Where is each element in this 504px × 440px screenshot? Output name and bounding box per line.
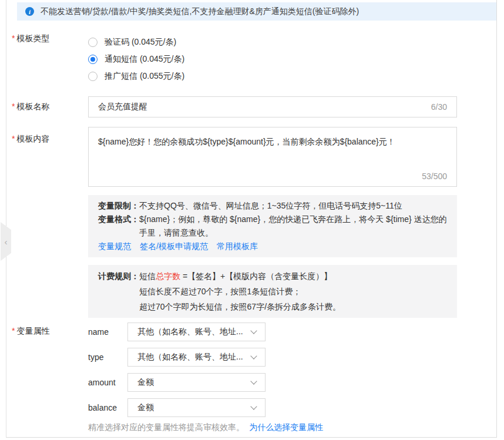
template-content-label: 模板内容 [16,134,49,143]
notice-banner-text: 不能发送营销/贷款/借款/中奖/抽奖类短信,不支持金融理财&房产通知类短信(验证… [41,6,359,17]
field-template-content: *模板内容 ${name}您好！您的余额成功${type}${amount}元，… [6,127,496,187]
template-content-value: ${name}您好！您的余额成功${type}${amount}元，当前剩余余额… [98,137,395,146]
variable-type-select[interactable]: 其他（如名称、账号、地址... [127,348,266,367]
variable-attributes-label: 变量属性 [16,326,49,335]
required-asterisk: * [12,134,15,143]
required-asterisk: * [12,33,15,43]
variable-limit-label: 变量限制： [98,199,139,213]
template-name-label-col: *模板名称 [6,102,88,112]
field-variable-attributes: *变量属性 name 其他（如名称、账号、地址... type 其他（如名称 [6,323,496,433]
template-content-label-col: *模板内容 [6,127,88,187]
link-signature-template-spec[interactable]: 签名/模板申请规范 [140,240,208,253]
variable-hint-text: 精准选择对应的变量属性将提高审核效率。 [88,422,244,433]
chevron-down-icon [250,378,257,384]
variable-name: type [88,352,127,362]
variable-limit-text: 不支持QQ号、微信号、网址信息；1~35位字符，但电话号码支持5~11位 [139,199,447,213]
variable-amount-select[interactable]: 金额 [127,373,266,392]
select-value: 金额 [137,402,154,413]
required-asterisk: * [12,326,15,335]
select-value: 金额 [137,377,154,388]
radio-option-captcha[interactable]: 验证码 (0.045元/条) [88,33,184,51]
variable-name-select[interactable]: 其他（如名称、账号、地址... [127,323,266,341]
billing-rules-label: 计费规则： [98,268,139,314]
template-name-counter: 6/30 [431,102,447,112]
radio-unselected-icon [88,38,98,47]
billing-total-chars-highlight: 总字数 [156,271,180,281]
variable-format-label: 变量格式： [98,213,139,240]
link-why-choose-variable-attributes[interactable]: 为什么选择变量属性 [249,422,323,433]
billing-line2: 短信长度不超过70个字，按照1条短信计费； [139,287,301,296]
select-value: 其他（如名称、账号、地址... [137,352,243,362]
chevron-down-icon [250,403,257,409]
variable-name: amount [88,378,127,387]
radio-selected-icon [88,55,98,64]
radio-option-notification[interactable]: 通知短信 (0.045元/条) [88,51,184,68]
variable-row-amount: amount 金额 [88,373,323,392]
variable-attributes-label-col: *变量属性 [6,323,88,433]
template-name-value: 会员充值提醒 [98,102,147,112]
template-content-textarea[interactable]: ${name}您好！您的余额成功${type}${amount}元，当前剩余余额… [88,127,457,187]
template-content-counter: 53/500 [422,170,447,183]
variable-limit-line: 变量限制： 不支持QQ号、微信号、网址信息；1~35位字符，但电话号码支持5~1… [98,199,447,213]
variable-format-text: ${name}；例如，尊敬的 ${name}，您的快递已飞奔在路上，将今天 ${… [139,213,447,240]
billing-line3: 超过70个字即为长短信，按照67字/条拆分成多条计费。 [139,302,341,311]
radio-unselected-icon [88,72,98,81]
billing-rules-box: 计费规则： 短信总字数 =【签名】+【模版内容（含变量长度）】 短信长度不超过7… [88,265,457,318]
variable-name: name [88,327,127,337]
link-variable-spec[interactable]: 变量规范 [98,240,131,253]
billing-rules-line: 计费规则： 短信总字数 =【签名】+【模版内容（含变量长度）】 短信长度不超过7… [98,268,447,314]
template-type-label: 模板类型 [16,33,49,43]
variable-balance-select[interactable]: 金额 [127,398,266,417]
template-type-label-col: *模板类型 [6,33,88,85]
link-common-template-library[interactable]: 常用模板库 [217,240,258,253]
billing-rules-text: 短信总字数 =【签名】+【模版内容（含变量长度）】 短信长度不超过70个字，按照… [139,268,447,314]
select-value: 其他（如名称、账号、地址... [137,327,243,337]
template-name-input[interactable]: 会员充值提醒 6/30 [88,96,457,117]
variable-attributes-hint: 精准选择对应的变量属性将提高审核效率。 为什么选择变量属性 [88,422,323,433]
template-form: *模板类型 验证码 (0.045元/条) 通知短信 (0.045元/条) 推广短… [6,33,496,433]
sms-template-form-panel: ‹ i 不能发送营销/贷款/借款/中奖/抽奖类短信,不支持金融理财&房产通知类短… [6,0,497,438]
chevron-left-icon: ‹ [5,237,8,247]
radio-option-label: 通知短信 (0.045元/条) [105,54,184,65]
radio-option-label: 验证码 (0.045元/条) [105,37,176,48]
billing-line1: 短信总字数 =【签名】+【模版内容（含变量长度）】 [139,271,332,281]
variable-tip-links: 变量规范 签名/模板申请规范 常用模板库 [98,240,447,253]
variable-row-type: type 其他（如名称、账号、地址... [88,348,323,367]
variable-row-balance: balance 金额 [88,398,323,417]
variable-tips-box: 变量限制： 不支持QQ号、微信号、网址信息；1~35位字符，但电话号码支持5~1… [88,195,457,257]
template-name-label: 模板名称 [16,102,49,111]
required-asterisk: * [12,102,15,111]
variable-row-name: name 其他（如名称、账号、地址... [88,323,323,341]
variable-name: balance [88,403,127,412]
notice-banner: i 不能发送营销/贷款/借款/中奖/抽奖类短信,不支持金融理财&房产通知类短信(… [17,2,496,21]
info-icon: i [25,7,34,16]
field-template-type: *模板类型 验证码 (0.045元/条) 通知短信 (0.045元/条) 推广短… [6,33,496,85]
radio-option-label: 推广短信 (0.055元/条) [105,71,184,82]
variable-format-line: 变量格式： ${name}；例如，尊敬的 ${name}，您的快递已飞奔在路上，… [98,213,447,240]
radio-option-promotion[interactable]: 推广短信 (0.055元/条) [88,68,184,85]
chevron-down-icon [250,352,257,359]
chevron-down-icon [250,327,257,334]
field-template-name: *模板名称 会员充值提醒 6/30 [6,96,496,117]
template-type-radio-group: 验证码 (0.045元/条) 通知短信 (0.045元/条) 推广短信 (0.0… [88,33,184,85]
variable-attributes-rows: name 其他（如名称、账号、地址... type 其他（如名称、账号、地址..… [88,323,323,433]
